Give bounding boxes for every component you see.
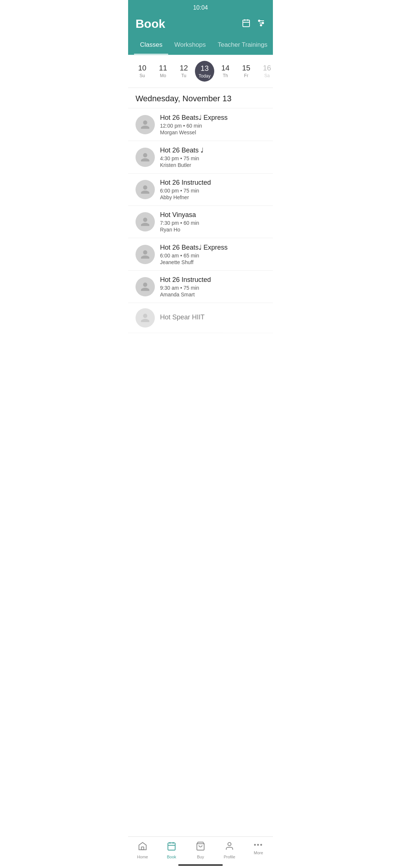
class-item-5[interactable]: Hot 26 Beats♩ Express 6:00 am • 65 min J…	[128, 238, 273, 271]
date-10[interactable]: 10 Su	[133, 61, 152, 82]
date-13-today[interactable]: 13 Today	[195, 61, 214, 82]
tab-classes[interactable]: Classes	[134, 37, 168, 55]
class-details-2: 4:30 pm • 75 min	[160, 155, 265, 161]
class-info-2: Hot 26 Beats ♩ 4:30 pm • 75 min Kristen …	[160, 146, 265, 168]
class-info-3: Hot 26 Instructed 6:00 pm • 75 min Abby …	[160, 179, 265, 200]
class-item-6[interactable]: Hot 26 Instructed 9:30 am • 75 min Amand…	[128, 271, 273, 303]
header: Book	[128, 14, 273, 37]
class-item-7[interactable]: Hot Spear HIIT	[128, 303, 273, 333]
date-12[interactable]: 12 Tu	[174, 61, 193, 82]
date-11[interactable]: 11 Mo	[153, 61, 173, 82]
avatar-6	[136, 277, 155, 296]
class-instructor-3: Abby Hefner	[160, 194, 265, 200]
avatar-5	[136, 245, 155, 264]
category-tabs: Classes Workshops Teacher Trainings Pri.…	[128, 37, 273, 55]
class-item-4[interactable]: Hot Vinyasa 7:30 pm • 60 min Ryan Ho	[128, 206, 273, 238]
tab-teacher-trainings[interactable]: Teacher Trainings	[212, 37, 273, 55]
class-info-5: Hot 26 Beats♩ Express 6:00 am • 65 min J…	[160, 243, 265, 265]
class-instructor-5: Jeanette Shuff	[160, 259, 265, 265]
class-info-4: Hot Vinyasa 7:30 pm • 60 min Ryan Ho	[160, 211, 265, 233]
class-instructor-1: Morgan Wessel	[160, 129, 265, 135]
date-picker: 10 Su 11 Mo 12 Tu 13 Today 14 Th 15 Fr 1…	[128, 55, 273, 88]
class-name-1: Hot 26 Beats♩ Express	[160, 114, 265, 122]
class-details-6: 9:30 am • 75 min	[160, 285, 265, 291]
class-name-4: Hot Vinyasa	[160, 211, 265, 219]
class-info-1: Hot 26 Beats♩ Express 12:00 pm • 60 min …	[160, 114, 265, 135]
class-details-1: 12:00 pm • 60 min	[160, 123, 265, 129]
class-name-7: Hot Spear HIIT	[160, 313, 265, 321]
class-name-5: Hot 26 Beats♩ Express	[160, 243, 265, 251]
calendar-icon[interactable]	[242, 19, 251, 30]
class-item-2[interactable]: Hot 26 Beats ♩ 4:30 pm • 75 min Kristen …	[128, 141, 273, 174]
header-actions	[242, 19, 265, 30]
class-name-6: Hot 26 Instructed	[160, 276, 265, 284]
date-14[interactable]: 14 Th	[216, 61, 235, 82]
class-details-5: 6:00 am • 65 min	[160, 253, 265, 259]
svg-rect-0	[243, 20, 250, 27]
svg-point-8	[262, 22, 264, 24]
date-16[interactable]: 16 Sa	[257, 61, 273, 82]
avatar-1	[136, 115, 155, 134]
class-instructor-6: Amanda Smart	[160, 292, 265, 297]
avatar-2	[136, 148, 155, 167]
class-name-3: Hot 26 Instructed	[160, 179, 265, 187]
main-content: 10 Su 11 Mo 12 Tu 13 Today 14 Th 15 Fr 1…	[128, 55, 273, 363]
status-bar: 10:04	[128, 0, 273, 14]
avatar-3	[136, 180, 155, 199]
filter-icon[interactable]	[257, 19, 265, 30]
class-info-6: Hot 26 Instructed 9:30 am • 75 min Amand…	[160, 276, 265, 297]
class-details-3: 6:00 pm • 75 min	[160, 188, 265, 194]
class-details-4: 7:30 pm • 60 min	[160, 220, 265, 226]
date-heading: Wednesday, November 13	[128, 88, 273, 108]
class-list: Hot 26 Beats♩ Express 12:00 pm • 60 min …	[128, 108, 273, 333]
class-info-7: Hot Spear HIIT	[160, 313, 265, 322]
svg-point-9	[260, 24, 262, 26]
class-instructor-4: Ryan Ho	[160, 227, 265, 233]
tab-workshops[interactable]: Workshops	[168, 37, 212, 55]
class-item-3[interactable]: Hot 26 Instructed 6:00 pm • 75 min Abby …	[128, 174, 273, 206]
avatar-7	[136, 308, 155, 328]
class-name-2: Hot 26 Beats ♩	[160, 146, 265, 154]
date-15[interactable]: 15 Fr	[237, 61, 256, 82]
svg-point-7	[258, 20, 260, 22]
page-title: Book	[136, 17, 165, 31]
status-time: 10:04	[193, 4, 208, 11]
avatar-4	[136, 212, 155, 231]
class-instructor-2: Kristen Butler	[160, 162, 265, 168]
class-item-1[interactable]: Hot 26 Beats♩ Express 12:00 pm • 60 min …	[128, 108, 273, 141]
